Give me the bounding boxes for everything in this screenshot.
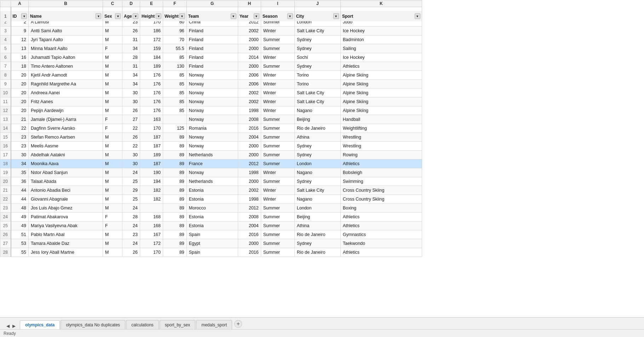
cell-weight: 89 <box>163 151 187 159</box>
header-weight[interactable]: Weight ▾ <box>163 11 187 21</box>
row-num-25: 25 <box>0 221 11 230</box>
row-num-11: 11 <box>0 97 11 106</box>
col-letter-F[interactable]: F <box>163 0 187 7</box>
table-row[interactable]: 718Timo Antero AaltonenM31189130Finland2… <box>0 62 422 71</box>
tab-prev-btn[interactable]: ◀ <box>5 323 11 329</box>
tab-add-btn[interactable]: + <box>234 320 242 328</box>
table-row[interactable]: 412Jyri Tapani AaltoM3117270Finland2000S… <box>0 35 422 44</box>
table-row[interactable]: 1020Andreea AaneiM3017685Norway2002Winte… <box>0 89 422 97</box>
col-letter-B[interactable]: B <box>29 0 103 7</box>
cell-team: Norway <box>186 115 238 124</box>
filter-btn-sex[interactable]: ▾ <box>115 13 121 19</box>
filter-btn-id[interactable]: ▾ <box>21 13 27 19</box>
cell-age: 24 <box>122 239 140 248</box>
filter-btn-weight[interactable]: ▾ <box>179 13 185 19</box>
header-city[interactable]: City ▾ <box>294 11 340 21</box>
table-row[interactable]: 1220Pepijn AardewijnM2617685Norway1998Wi… <box>0 106 422 115</box>
table-row[interactable]: 820Kjetil Andr AamodtM3417685Norway2006W… <box>0 71 422 80</box>
table-row[interactable]: 1321Jamale (Djamel-) AarraF27163Norway20… <box>0 115 422 124</box>
filter-btn-team[interactable]: ▾ <box>231 13 236 19</box>
table-row[interactable]: 616Juhamatti Tapio AaltonM2818485Finland… <box>0 53 422 62</box>
cell-id: 49 <box>11 221 29 230</box>
cell-id: 20 <box>11 89 29 97</box>
tab-calculations[interactable]: calculations <box>126 320 159 329</box>
table-row[interactable]: 2449Patimat AbakarovaF2816889Estonia2008… <box>0 213 422 221</box>
cell-team: Estonia <box>186 195 238 204</box>
table-row[interactable]: 1730Abdelhak AatakniM3018989Netherlands2… <box>0 151 422 159</box>
cell-season: Summer <box>261 213 294 221</box>
table-row[interactable]: 1935Nstor Abad SanjunM2419089Norway1998W… <box>0 168 422 177</box>
table-row[interactable]: 1120Fritz AanesM3017685Norway2002WinterS… <box>0 97 422 106</box>
header-year[interactable]: Year ▾ <box>238 11 261 21</box>
table-row[interactable]: 2549Mariya Vasilyevna AbakF2416889Estoni… <box>0 221 422 230</box>
header-id[interactable]: ID ▾ <box>11 11 29 21</box>
col-letter-I[interactable]: I <box>261 0 294 7</box>
tab-olympics-data-no-dup[interactable]: olympics_data No duplicates <box>61 320 125 329</box>
header-weight-label: Weight <box>165 13 179 18</box>
row-num-20: 20 <box>0 177 11 186</box>
filter-btn-age[interactable]: ▾ <box>133 13 138 19</box>
cell-year: 2004 <box>238 133 261 142</box>
header-age[interactable]: Age ▾ <box>122 11 140 21</box>
table-row[interactable]: 1422Dagfinn Sverre AarskoF22170125Romani… <box>0 124 422 133</box>
row-num-17: 17 <box>0 151 11 159</box>
cell-city: London <box>294 159 340 168</box>
col-letter-K[interactable]: K <box>340 0 422 7</box>
col-letter-A[interactable]: A <box>11 0 29 7</box>
table-row[interactable]: 1523Stefan Remco AartsenM2618789Norway20… <box>0 133 422 142</box>
col-letter-E[interactable]: E <box>140 0 163 7</box>
cell-team: Norway <box>186 168 238 177</box>
cell-season: Summer <box>261 124 294 133</box>
row-num-13: 13 <box>0 115 11 124</box>
table-row[interactable]: 2855Jess Iory Aball MartneM2617089Spain2… <box>0 248 422 257</box>
cell-season: Winter <box>261 186 294 195</box>
cell-name: Giovanni Abagnale <box>29 195 103 204</box>
cell-year: 2008 <box>238 213 261 221</box>
header-sex[interactable]: Sex ▾ <box>103 11 122 21</box>
table-row[interactable]: 513Minna Maarit AaltoF3415955.5Finland20… <box>0 44 422 53</box>
cell-year: 2014 <box>238 53 261 62</box>
col-letter-H[interactable]: H <box>238 0 261 7</box>
header-season[interactable]: Season ▾ <box>261 11 294 21</box>
table-row[interactable]: 39Antti Sami AaltoM2618696Finland2002Win… <box>0 27 422 35</box>
table-row[interactable]: 2036Talaat AbadaM2519489Netherlands2000S… <box>0 177 422 186</box>
table-row[interactable]: 2651Pablo Martn AbalM2316789Spain2016Sum… <box>0 230 422 239</box>
filter-btn-sport[interactable]: ▾ <box>415 13 420 19</box>
table-row[interactable]: 2244Giovanni AbagnaleM2518289Estonia1998… <box>0 195 422 204</box>
col-letter-C[interactable]: C <box>103 0 122 7</box>
row-num-21: 21 <box>0 186 11 195</box>
cell-weight: 89 <box>163 133 187 142</box>
col-letter-J[interactable]: J <box>294 0 340 7</box>
header-name[interactable]: Name ▾ <box>29 11 103 21</box>
table-row[interactable]: 2144Antonio Abadia BeciM2918289Estonia20… <box>0 186 422 195</box>
header-height[interactable]: Height ▾ <box>140 11 163 21</box>
filter-btn-city[interactable]: ▾ <box>333 13 339 19</box>
cell-team: Finland <box>186 35 238 44</box>
tab-sport-by-sex[interactable]: sport_by_sex <box>160 320 195 329</box>
table-row[interactable]: 2348Jos Luis Abajo GmezM2489Morocco2012S… <box>0 204 422 213</box>
tab-next-btn[interactable]: ▶ <box>11 323 17 329</box>
tab-olympics-data[interactable]: olympics_data <box>20 320 60 330</box>
col-letter-D[interactable]: D <box>122 0 140 7</box>
cell-sex: M <box>103 35 122 44</box>
filter-btn-name[interactable]: ▾ <box>96 13 101 19</box>
table-row[interactable]: 1623Meelis AasmeM2218789Norway2000Summer… <box>0 142 422 151</box>
filter-btn-height[interactable]: ▾ <box>156 13 161 19</box>
filter-btn-season[interactable]: ▾ <box>287 13 293 19</box>
col-letter-G[interactable]: G <box>186 0 238 7</box>
cell-id: 44 <box>11 186 29 195</box>
header-sport[interactable]: Sport ▾ <box>340 11 422 21</box>
cell-year: 2000 <box>238 177 261 186</box>
cell-weight: 89 <box>163 159 187 168</box>
cell-height: 176 <box>140 89 163 97</box>
table-row[interactable]: 920Ragnhild Margrethe AaM3417685Norway20… <box>0 80 422 89</box>
filter-btn-year[interactable]: ▾ <box>254 13 259 19</box>
table-row[interactable]: 2753Tamara Abalde DazM2417289Egypt2000Su… <box>0 239 422 248</box>
table-row[interactable]: 1834Moonika AavaM3018789France2012Summer… <box>0 159 422 168</box>
header-team[interactable]: Team ▾ <box>186 11 238 21</box>
sheet-table-wrapper[interactable]: A B C D E F G H I J K 1 <box>0 0 644 317</box>
tab-medals-sport[interactable]: medals_sport <box>196 320 232 329</box>
row-num-15: 15 <box>0 133 11 142</box>
row-1-num: 1 <box>0 11 11 21</box>
cell-sex: M <box>103 80 122 89</box>
